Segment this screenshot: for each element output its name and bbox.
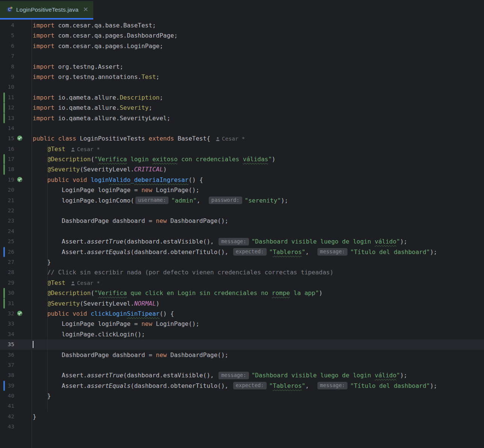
line-number[interactable]: 15 — [8, 135, 14, 141]
code-line[interactable]: 37 — [0, 360, 484, 370]
code-text[interactable]: import io.qameta.allure.Description; — [32, 92, 484, 103]
code-text[interactable]: loginPage.loginComo(username:"admin", pa… — [32, 195, 484, 206]
code-line[interactable]: 6import com.cesar.qa.pages.LoginPage; — [0, 41, 484, 51]
code-text[interactable]: @Severity(SeverityLevel.CRITICAL) — [32, 164, 484, 174]
code-text[interactable]: DashboardPage dashboard = new DashboardP… — [32, 216, 484, 226]
code-line[interactable]: 34 loginPage.clickLogin(); — [0, 329, 484, 339]
line-number[interactable]: 9 — [11, 74, 14, 80]
gutter[interactable]: 16 — [0, 144, 32, 154]
file-tab[interactable]: C LoginPositiveTests.java ✕ — [0, 1, 93, 18]
line-number[interactable]: 24 — [8, 228, 14, 234]
code-text[interactable]: import io.qameta.allure.SeverityLevel; — [32, 113, 484, 123]
gutter[interactable]: 12 — [0, 103, 32, 113]
code-line[interactable]: 4import com.cesar.qa.base.BaseTest; — [0, 20, 484, 30]
code-text[interactable]: import org.testng.annotations.Test; — [32, 72, 484, 82]
code-line[interactable]: 42} — [0, 412, 484, 422]
code-text[interactable]: import io.qameta.allure.Severity; — [32, 103, 484, 113]
gutter[interactable]: 28 — [0, 267, 32, 277]
gutter[interactable]: 22 — [0, 206, 32, 216]
gutter[interactable]: 15 — [0, 133, 32, 144]
code-line[interactable]: 19 public void loginValido_deberiaIngres… — [0, 175, 484, 185]
code-line[interactable]: 16 @TestCesar * — [0, 144, 484, 154]
close-tab-icon[interactable]: ✕ — [83, 6, 88, 13]
code-line[interactable]: 9import org.testng.annotations.Test; — [0, 72, 484, 82]
code-text[interactable]: Assert.assertEquals(dashboard.obtenerTit… — [32, 247, 484, 257]
code-text[interactable] — [32, 123, 484, 133]
line-number[interactable]: 4 — [11, 22, 14, 28]
code-line[interactable]: 43 — [0, 422, 484, 432]
gutter[interactable]: 6 — [0, 41, 32, 51]
gutter[interactable]: 10 — [0, 82, 32, 92]
gutter[interactable]: 30 — [0, 288, 32, 298]
gutter[interactable]: 11 — [0, 92, 32, 103]
gutter[interactable]: 25 — [0, 236, 32, 247]
code-text[interactable]: LoginPage loginPage = new LoginPage(); — [32, 319, 484, 329]
code-line[interactable]: 13import io.qameta.allure.SeverityLevel; — [0, 113, 484, 123]
code-line[interactable]: 22 — [0, 206, 484, 216]
gutter[interactable]: 9 — [0, 72, 32, 82]
gutter[interactable]: 27 — [0, 257, 32, 267]
code-text[interactable] — [32, 360, 484, 370]
code-text[interactable]: LoginPage loginPage = new LoginPage(); — [32, 185, 484, 195]
line-number[interactable]: 19 — [8, 177, 14, 183]
code-text[interactable]: loginPage.clickLogin(); — [32, 329, 484, 339]
code-text[interactable]: DashboardPage dashboard = new DashboardP… — [32, 350, 484, 360]
line-number[interactable]: 23 — [8, 218, 14, 224]
gutter[interactable]: 7 — [0, 51, 32, 61]
code-line[interactable]: 36 DashboardPage dashboard = new Dashboa… — [0, 350, 484, 360]
code-text[interactable] — [32, 401, 484, 411]
code-line[interactable]: 20 LoginPage loginPage = new LoginPage()… — [0, 185, 484, 195]
code-text[interactable]: } — [32, 257, 484, 267]
code-text[interactable] — [32, 82, 484, 92]
line-number[interactable]: 41 — [8, 403, 14, 409]
line-number[interactable]: 30 — [8, 290, 14, 296]
code-line[interactable]: 41 — [0, 401, 484, 411]
code-line[interactable]: 8import org.testng.Assert; — [0, 62, 484, 72]
line-number[interactable]: 13 — [8, 115, 14, 121]
line-number[interactable]: 29 — [8, 280, 14, 286]
line-number[interactable]: 16 — [8, 146, 14, 152]
line-number[interactable]: 25 — [8, 238, 14, 244]
code-text[interactable]: import com.cesar.qa.pages.DashboardPage; — [32, 30, 484, 41]
code-text[interactable] — [32, 51, 484, 61]
code-line[interactable]: 32 public void clickLoginSinTipear() { — [0, 309, 484, 319]
line-number[interactable]: 14 — [8, 125, 14, 131]
gutter[interactable]: 38 — [0, 370, 32, 380]
code-text[interactable]: public class LoginPositiveTests extends … — [32, 133, 484, 144]
line-number[interactable]: 39 — [8, 383, 14, 389]
line-number[interactable]: 26 — [8, 249, 14, 255]
gutter[interactable]: 24 — [0, 226, 32, 236]
line-number[interactable]: 18 — [8, 166, 14, 172]
gutter[interactable]: 17 — [0, 154, 32, 164]
line-number[interactable]: 35 — [8, 341, 14, 347]
gutter[interactable]: 33 — [0, 319, 32, 329]
code-line[interactable]: 18 @Severity(SeverityLevel.CRITICAL) — [0, 164, 484, 174]
code-line[interactable]: 17 @Description("Verifica login exitoso … — [0, 154, 484, 164]
line-number[interactable]: 42 — [8, 413, 14, 419]
line-number[interactable]: 28 — [8, 269, 14, 275]
gutter[interactable]: 20 — [0, 185, 32, 195]
gutter[interactable]: 43 — [0, 422, 32, 432]
line-number[interactable]: 6 — [11, 43, 14, 49]
line-number[interactable]: 43 — [8, 424, 14, 430]
code-line[interactable]: 35 — [0, 339, 484, 350]
code-text[interactable]: public void clickLoginSinTipear() { — [32, 309, 484, 319]
code-text[interactable] — [32, 226, 484, 236]
code-text[interactable]: @TestCesar * — [32, 144, 484, 154]
code-line[interactable]: 12import io.qameta.allure.Severity; — [0, 103, 484, 113]
code-text[interactable] — [32, 422, 484, 432]
code-line[interactable]: 30 @Description("Verifica que click en L… — [0, 288, 484, 298]
code-line[interactable]: 27 } — [0, 257, 484, 267]
code-text[interactable]: import com.cesar.qa.base.BaseTest; — [32, 20, 484, 30]
line-number[interactable]: 21 — [8, 197, 14, 203]
gutter[interactable]: 35 — [0, 339, 32, 350]
code-line[interactable]: 5import com.cesar.qa.pages.DashboardPage… — [0, 30, 484, 41]
line-number[interactable]: 32 — [8, 310, 14, 316]
gutter[interactable]: 34 — [0, 329, 32, 339]
gutter[interactable]: 21 — [0, 195, 32, 206]
code-text[interactable]: import org.testng.Assert; — [32, 62, 484, 72]
gutter[interactable]: 18 — [0, 164, 32, 174]
code-line[interactable]: 28 // Click sin escribir nada (por defec… — [0, 267, 484, 277]
gutter[interactable]: 29 — [0, 278, 32, 288]
line-number[interactable]: 10 — [8, 84, 14, 90]
